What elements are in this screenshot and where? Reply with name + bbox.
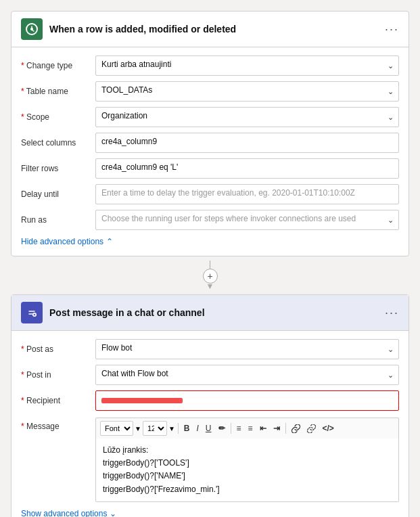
font-size-select[interactable]: 12 [143,421,167,436]
select-columns-label: Select columns [21,138,95,148]
post-as-row: Post as Flow bot ⌄ [21,336,399,362]
action-menu-button[interactable]: ··· [385,307,399,319]
recipient-row: Recipient [21,388,399,413]
run-as-input[interactable]: Choose the running user for steps where … [95,210,399,230]
message-content[interactable]: Lūžo įrankis: triggerBody()?['TOOLS'] tr… [95,439,399,502]
indent-increase-button[interactable]: ⇥ [271,422,283,434]
action-icon [21,302,43,323]
bold-button[interactable]: B [181,422,193,434]
link-button[interactable] [289,423,303,434]
message-row: Message Font ▼ 12 ▼ B I U ✏ [21,413,399,505]
toolbar-divider-2 [231,423,231,434]
post-in-select-wrap: Chat with Flow bot ⌄ [95,365,399,385]
action-title: Post message in a chat or channel [49,307,205,318]
message-line-1: Lūžo įrankis: [103,444,392,457]
message-editor: Font ▼ 12 ▼ B I U ✏ ≡ ≡ ⇤ ⇥ [95,418,399,502]
trigger-card-body: Change type Kurti arba atnaujinti ⌄ Tabl… [11,47,409,256]
select-columns-value[interactable]: cre4a_column9 [95,133,399,153]
scope-row: Scope Organization ⌄ [21,104,399,130]
paint-button[interactable]: ✏ [216,422,228,434]
post-in-label: Post in [21,370,95,380]
show-advanced-chevron-icon: ⌄ [110,509,116,517]
action-card-body: Post as Flow bot ⌄ Post in Chat with Flo… [11,331,409,517]
connector-arrow-icon: ▼ [206,282,214,290]
scope-select-wrap: Organization ⌄ [95,107,399,127]
post-as-label: Post as [21,344,95,354]
delay-until-input[interactable]: Enter a time to delay the trigger evalua… [95,184,399,204]
hide-advanced-toggle[interactable]: Hide advanced options ⌃ [21,233,399,248]
indent-decrease-button[interactable]: ⇤ [257,422,269,434]
toolbar-divider-1 [178,423,179,434]
trigger-icon [21,18,43,40]
unordered-list-button[interactable]: ≡ [246,422,256,434]
filter-rows-label: Filter rows [21,164,95,173]
trigger-title: When a row is added, modified or deleted [49,24,236,35]
run-as-label: Run as [21,215,95,225]
code-button[interactable]: </> [320,422,337,434]
run-as-select-wrap: Choose the running user for steps where … [95,210,399,230]
select-columns-row: Select columns cre4a_column9 [21,130,399,156]
trigger-card: When a row is added, modified or deleted… [11,11,409,256]
change-type-select-wrap: Kurti arba atnaujinti ⌄ [95,55,399,76]
trigger-header-left: When a row is added, modified or deleted [21,18,236,40]
trigger-menu-button[interactable]: ··· [385,23,399,35]
unlink-button[interactable] [304,423,319,434]
post-in-value[interactable]: Chat with Flow bot [95,365,399,385]
chevron-size-icon: ▼ [168,425,175,432]
post-as-value[interactable]: Flow bot [95,339,399,359]
plus-icon: + [207,271,212,282]
message-line-3: triggerBody()?['NAME'] [103,470,392,482]
font-select[interactable]: Font [100,421,133,436]
action-header-left: Post message in a chat or channel [21,302,205,323]
filter-rows-row: Filter rows cre4a_column9 eq 'L' [21,156,399,181]
recipient-label: Recipient [21,396,95,405]
change-type-label: Change type [21,61,95,70]
table-name-value[interactable]: TOOL_DATAs [95,81,399,102]
message-line-2: triggerBody()?['TOOLS'] [103,457,392,470]
action-card: Post message in a chat or channel ··· Po… [11,294,409,517]
delay-until-row: Delay until Enter a time to delay the tr… [21,181,399,207]
post-as-select-wrap: Flow bot ⌄ [95,339,399,359]
hide-advanced-chevron-icon: ⌃ [106,237,113,246]
action-card-header: Post message in a chat or channel ··· [11,295,409,331]
show-advanced-toggle[interactable]: Show advanced options ⌄ [21,505,399,517]
scope-value[interactable]: Organization [95,107,399,127]
svg-point-1 [30,28,33,30]
recipient-redacted-bar [101,398,183,403]
italic-button[interactable]: I [193,422,201,434]
filter-rows-value[interactable]: cre4a_column9 eq 'L' [95,158,399,179]
message-line-4: triggerBody()?['Frezavimo_min.'] [103,483,392,496]
change-type-value[interactable]: Kurti arba atnaujinti [95,55,399,76]
underline-button[interactable]: U [203,422,214,434]
connector-line-top [210,261,210,269]
post-in-row: Post in Chat with Flow bot ⌄ [21,362,399,388]
trigger-card-header: When a row is added, modified or deleted… [11,12,409,47]
chevron-font-icon: ▼ [135,425,141,432]
recipient-input[interactable] [95,390,399,411]
table-name-label: Table name [21,87,95,96]
toolbar-divider-3 [285,423,286,434]
table-name-select-wrap: TOOL_DATAs ⌄ [95,81,399,102]
connector: + ▼ [11,256,409,294]
table-name-row: Table name TOOL_DATAs ⌄ [21,78,399,104]
message-label: Message [21,418,95,431]
hide-advanced-label: Hide advanced options [21,237,103,246]
scope-label: Scope [21,112,95,122]
message-toolbar: Font ▼ 12 ▼ B I U ✏ ≡ ≡ ⇤ ⇥ [95,418,399,439]
run-as-row: Run as Choose the running user for steps… [21,207,399,233]
delay-until-label: Delay until [21,189,95,199]
change-type-row: Change type Kurti arba atnaujinti ⌄ [21,53,399,78]
show-advanced-label: Show advanced options [21,509,107,517]
ordered-list-button[interactable]: ≡ [234,422,244,434]
